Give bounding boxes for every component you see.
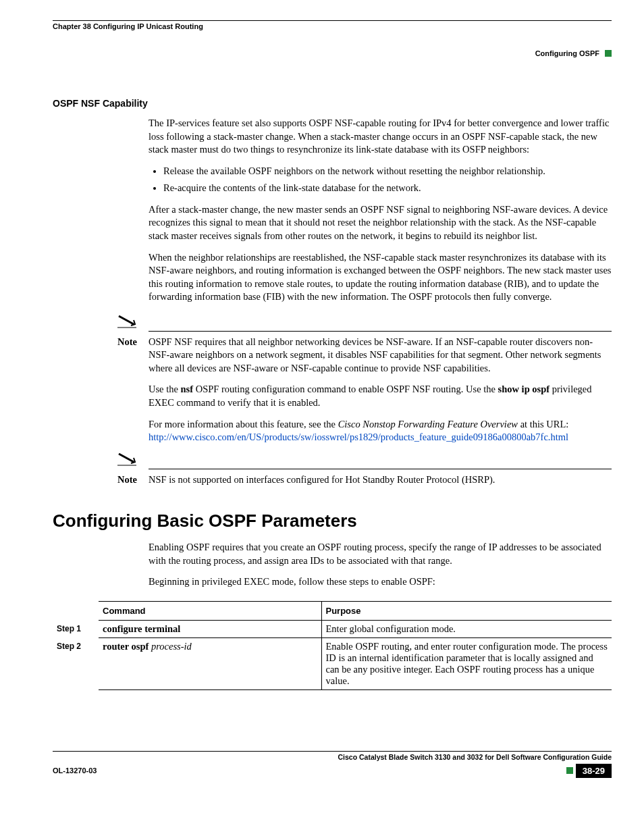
- command-inline: show ip ospf: [498, 384, 550, 394]
- page-number: 38-29: [576, 764, 612, 778]
- header-marker-icon: [605, 50, 612, 57]
- svg-line-2: [119, 454, 134, 462]
- note-text: OSPF NSF requires that all neighbor netw…: [149, 336, 612, 375]
- paragraph: Use the nsf OSPF routing configuration c…: [149, 383, 612, 409]
- paragraph: The IP-services feature set also support…: [149, 117, 612, 157]
- chapter-header: Chapter 38 Configuring IP Unicast Routin…: [53, 22, 203, 30]
- step-number: Step 1: [53, 620, 99, 637]
- doc-title-italic: Cisco Nonstop Forwarding Feature Overvie…: [338, 419, 518, 429]
- paragraph: Enabling OSPF requires that you create a…: [149, 541, 612, 567]
- step-number: Step 2: [53, 637, 99, 689]
- subsection-heading: OSPF NSF Capability: [53, 98, 612, 109]
- note-pen-icon: [117, 452, 136, 466]
- note-text: NSF is not supported on interfaces confi…: [149, 473, 612, 487]
- table-row: Step 2 router ospf process-id Enable OSP…: [53, 637, 612, 689]
- footer-doc-number: OL-13270-03: [53, 766, 97, 775]
- section-header-right: Configuring OSPF: [535, 49, 599, 57]
- paragraph: Beginning in privileged EXEC mode, follo…: [149, 575, 612, 589]
- note-label: Note: [117, 336, 149, 375]
- external-link[interactable]: http://www.cisco.com/en/US/products/sw/i…: [149, 432, 568, 442]
- footer-marker-icon: [566, 767, 573, 774]
- note-label: Note: [117, 473, 149, 487]
- section-heading: Configuring Basic OSPF Parameters: [53, 511, 612, 531]
- bullet-item: Re-acquire the contents of the link-stat…: [163, 182, 612, 195]
- paragraph: When the neighbor relationships are rees…: [149, 251, 612, 304]
- purpose-text: Enter global configuration mode.: [321, 620, 612, 637]
- purpose-text: Enable OSPF routing, and enter router co…: [321, 637, 612, 689]
- bullet-item: Release the available OSPF neighbors on …: [163, 165, 612, 178]
- command-text: configure terminal: [103, 623, 180, 634]
- paragraph: After a stack-master change, the new mas…: [149, 203, 612, 243]
- table-header-command: Command: [99, 601, 321, 620]
- table-header-purpose: Purpose: [321, 601, 612, 620]
- table-row: Step 1 configure terminal Enter global c…: [53, 620, 612, 637]
- command-inline: nsf: [181, 384, 194, 394]
- note-pen-icon: [117, 315, 136, 328]
- paragraph: For more information about this feature,…: [149, 418, 612, 444]
- svg-line-0: [119, 316, 134, 324]
- steps-table: Command Purpose Step 1 configure termina…: [53, 601, 612, 690]
- command-text: router ospf: [103, 641, 151, 652]
- command-arg: process-id: [151, 641, 192, 652]
- footer-guide-title: Cisco Catalyst Blade Switch 3130 and 303…: [53, 753, 612, 761]
